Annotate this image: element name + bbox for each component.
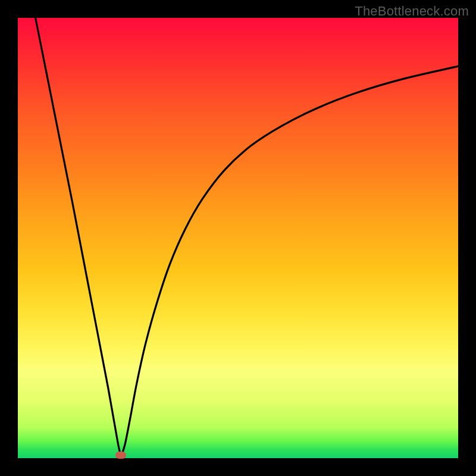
curve-right-branch [121, 66, 458, 456]
plot-area [18, 18, 458, 458]
bottleneck-curve [18, 18, 458, 458]
watermark-text: TheBottleneck.com [355, 4, 469, 19]
curve-minimum-marker [115, 452, 126, 459]
curve-left-branch [36, 18, 121, 457]
chart-frame: TheBottleneck.com [0, 0, 476, 476]
